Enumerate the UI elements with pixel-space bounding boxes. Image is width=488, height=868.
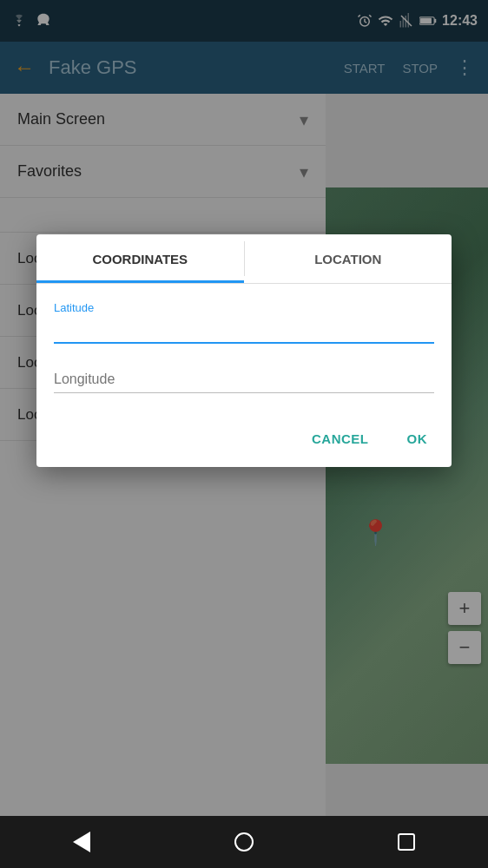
home-nav-icon bbox=[234, 832, 254, 852]
dialog-body: Latitude bbox=[36, 284, 452, 418]
back-nav-button[interactable] bbox=[60, 820, 103, 864]
dialog-buttons: CANCEL OK bbox=[36, 418, 452, 467]
back-nav-icon bbox=[73, 832, 90, 852]
dialog: COORDINATES LOCATION Latitude CANCEL OK bbox=[36, 234, 452, 467]
tab-coordinates-label: COORDINATES bbox=[92, 252, 188, 266]
longitude-group bbox=[54, 368, 434, 393]
longitude-input[interactable] bbox=[54, 368, 434, 393]
tab-location[interactable]: LOCATION bbox=[245, 234, 452, 283]
latitude-label: Latitude bbox=[54, 301, 434, 314]
latitude-group: Latitude bbox=[54, 301, 434, 344]
home-nav-button[interactable] bbox=[222, 820, 266, 864]
latitude-input[interactable] bbox=[54, 318, 434, 344]
tab-location-label: LOCATION bbox=[314, 252, 381, 266]
recents-nav-icon bbox=[398, 833, 415, 851]
tab-coordinates[interactable]: COORDINATES bbox=[36, 234, 244, 283]
recents-nav-button[interactable] bbox=[385, 820, 428, 864]
cancel-button[interactable]: CANCEL bbox=[301, 424, 379, 453]
bottom-nav bbox=[0, 816, 488, 868]
ok-button[interactable]: OK bbox=[397, 424, 439, 453]
dialog-tabs: COORDINATES LOCATION bbox=[36, 234, 452, 284]
